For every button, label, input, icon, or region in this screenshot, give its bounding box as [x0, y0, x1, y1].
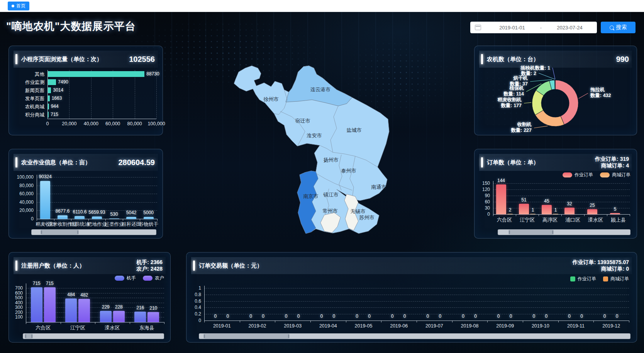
bar[interactable]: [48, 87, 51, 93]
bar[interactable]: [134, 312, 146, 322]
bar-value-label: 7490: [58, 79, 68, 85]
legend-item[interactable]: 农户: [143, 275, 164, 281]
end-date-value[interactable]: 2023-07-24: [542, 25, 597, 31]
bar[interactable]: [147, 312, 159, 322]
map-label-suqian[interactable]: 宿迁市: [295, 118, 310, 124]
bar[interactable]: [542, 205, 552, 214]
map-label-yangzhou[interactable]: 扬州市: [324, 157, 339, 163]
scrollbar-track[interactable]: [23, 333, 164, 339]
axis-tick-label: 1: [186, 285, 201, 291]
zero-value-label: 0: [285, 314, 288, 319]
bar[interactable]: [530, 214, 536, 215]
bar[interactable]: [126, 217, 136, 219]
start-date-value[interactable]: 2019-01-01: [485, 25, 539, 31]
axis-tick: [26, 322, 26, 324]
bar[interactable]: [113, 311, 125, 322]
zero-value-label: 0: [497, 314, 500, 319]
scrollbar-handle[interactable]: [41, 230, 79, 235]
map-label-zhenjiang[interactable]: 镇江市: [323, 192, 339, 198]
map-label-nantong[interactable]: 南通市: [371, 184, 386, 190]
category-label: 起垄作业: [105, 221, 124, 228]
axis-tick-label: 60,000: [9, 191, 34, 196]
category-label: 2019-03: [284, 323, 302, 329]
bar[interactable]: [100, 311, 112, 322]
category-label: 2019-01: [213, 323, 231, 329]
donut-leader-line: [552, 68, 555, 79]
bar[interactable]: [92, 217, 102, 219]
scrollbar-track[interactable]: [498, 229, 630, 235]
map-region-lianyungang[interactable]: [286, 66, 352, 106]
axis-line: [493, 181, 493, 214]
axis-tick: [310, 321, 311, 322]
grid-line: [204, 301, 629, 302]
legend-item[interactable]: 作业订单: [570, 276, 596, 282]
bar[interactable]: [44, 287, 56, 322]
bar[interactable]: [587, 209, 597, 214]
bar[interactable]: [507, 214, 513, 215]
scrollbar-handle[interactable]: [25, 334, 33, 339]
category-label: 2019-12: [602, 323, 620, 329]
map-label-yancheng[interactable]: 盐城市: [347, 127, 362, 133]
date-range-picker[interactable]: 2019-01-01 - 2023-07-24: [470, 22, 597, 33]
category-label: 新闻页面: [9, 87, 44, 94]
map-label-lianyungang[interactable]: 连云港市: [310, 87, 330, 92]
bar[interactable]: [48, 79, 56, 85]
scrollbar-track[interactable]: [199, 333, 630, 339]
scrollbar-track[interactable]: [31, 229, 156, 235]
axis-tick: [417, 321, 417, 322]
bar[interactable]: [109, 218, 119, 219]
scrollbar-handle[interactable]: [508, 230, 553, 235]
map-label-nanjing[interactable]: 南京市: [303, 193, 319, 199]
map-label-taizhou[interactable]: 泰州市: [341, 168, 356, 174]
legend-item[interactable]: 作业订单: [563, 172, 593, 178]
bar[interactable]: [519, 204, 529, 214]
bar[interactable]: [48, 112, 49, 118]
bar[interactable]: [65, 298, 77, 322]
bar-value-label: 210: [149, 305, 157, 311]
tab-home[interactable]: 首页: [8, 2, 29, 10]
axis-tick-label: 0: [186, 318, 201, 323]
bar[interactable]: [78, 299, 90, 322]
axis-tick: [558, 321, 559, 322]
grid-line: [204, 288, 629, 288]
bar[interactable]: [496, 184, 506, 214]
map-svg: 徐州市 连云港市 宿迁市 淮安市 盐城市 扬州市 泰州市 南通市 南京市 镇江市…: [220, 61, 394, 237]
legend-item[interactable]: 机手: [115, 275, 136, 281]
grid-line: [493, 208, 630, 208]
map-label-huaian[interactable]: 淮安市: [307, 133, 322, 138]
donut-slice[interactable]: [535, 110, 564, 126]
axis-tick-label: 0: [46, 121, 49, 126]
axis-tick: [140, 219, 140, 221]
bar[interactable]: [75, 216, 85, 219]
scrollbar-handle[interactable]: [203, 334, 290, 339]
bar[interactable]: [31, 287, 42, 322]
axis-tick: [61, 322, 61, 324]
map-label-changzhou[interactable]: 常州市: [323, 208, 338, 214]
axis-tick-label: 0: [475, 211, 490, 217]
category-label: 其他: [9, 71, 44, 78]
grid-line: [204, 307, 629, 308]
bar[interactable]: [48, 71, 144, 77]
bar[interactable]: [610, 213, 620, 214]
legend-item[interactable]: 商城订单: [600, 172, 630, 178]
category-label: 发单页面: [9, 95, 44, 102]
bar[interactable]: [48, 95, 50, 101]
legend-swatch: [115, 276, 124, 281]
bar[interactable]: [564, 208, 575, 214]
chart-legend: 机手农户: [115, 275, 164, 281]
zero-value-label: 0: [320, 314, 323, 319]
bar-value-label: 25: [590, 203, 595, 208]
search-button[interactable]: 搜索: [601, 22, 636, 33]
bar[interactable]: [48, 104, 49, 109]
legend-item[interactable]: 商城订单: [603, 276, 629, 282]
bar[interactable]: [40, 181, 50, 219]
map-label-wuxi[interactable]: 无锡市: [351, 208, 366, 214]
axis-tick: [37, 219, 37, 221]
bar[interactable]: [58, 215, 68, 219]
zero-value-label: 0: [462, 314, 464, 319]
grid-line: [493, 183, 630, 184]
map-label-xuzhou[interactable]: 徐州市: [264, 96, 279, 102]
bar[interactable]: [144, 217, 154, 219]
map-label-suzhou[interactable]: 苏州市: [359, 215, 375, 220]
bar[interactable]: [553, 214, 558, 215]
